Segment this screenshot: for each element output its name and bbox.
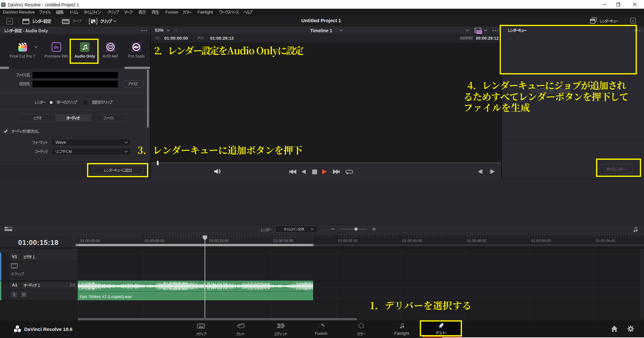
svg-text:Pr: Pr [54, 45, 59, 50]
svg-text:PXY: PXY [477, 31, 482, 34]
